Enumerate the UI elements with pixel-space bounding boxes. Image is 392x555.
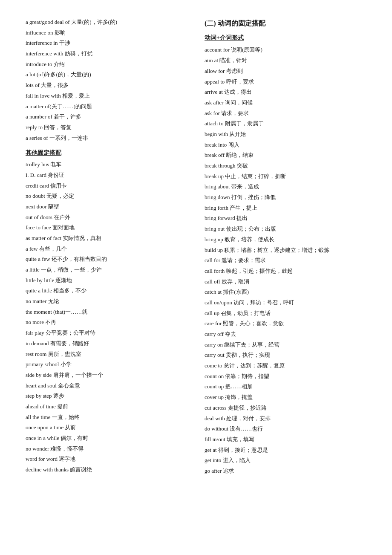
list-item: interference in 干涉 (26, 38, 187, 49)
list-item: get into 进入，陷入 (205, 455, 366, 466)
list-item: ahead of time 提前 (26, 402, 187, 412)
list-item: count up 把……相加 (205, 382, 366, 392)
list-item: allow for 考虑到 (205, 66, 366, 77)
list-item: do without 没有……也行 (205, 424, 366, 434)
list-item: a series of 一系列，一连串 (26, 133, 187, 144)
list-item: side by side 肩并肩，一个挨一个 (26, 370, 187, 381)
list-item: fill in/out 填充，填写 (205, 434, 366, 445)
list-item: arrive at 达成，得出 (205, 87, 366, 98)
list-item: influence on 影响 (26, 28, 187, 38)
list-item: bring about 带来，造成 (205, 182, 366, 192)
list-item: no more 不再 (26, 317, 187, 328)
list-item: a number of 若干，许多 (26, 112, 187, 122)
list-item: aim at 瞄准，针对 (205, 55, 366, 66)
list-item: a few 有些，几个 (26, 244, 187, 254)
list-item: as matter of fact 实际情况，真相 (26, 233, 187, 244)
list-item: no matter 无论 (26, 296, 187, 307)
list-item: carry on 继续下去；从事，经营 (205, 340, 366, 350)
list-item: once upon a time 从前 (26, 422, 187, 433)
list-item: no doubt 无疑，必定 (26, 191, 187, 202)
list-item: break off 断绝，结束 (205, 150, 366, 161)
list-item: quite a few 还不少，有相当数目的 (26, 254, 187, 265)
list-item: in demand 有需要，销路好 (26, 338, 187, 349)
list-item: next door 隔壁 (26, 202, 187, 212)
list-item: heart and soul 全心全意 (26, 381, 187, 391)
list-item: call forth 唤起，引起；振作起，鼓起 (205, 266, 366, 277)
left-top-list: a great/good deal of 大量(的)，许多(的)influenc… (26, 17, 187, 143)
list-item: a little 一点，稍微，一些，少许 (26, 265, 187, 275)
list-item: account for 说明(原因等) (205, 45, 366, 55)
list-item: cut across 走捷径，抄近路 (205, 403, 366, 413)
list-item: interference with 妨碍，打扰 (26, 49, 187, 59)
list-item: build up 积累；堵塞；树立，逐步建立；增进；锻炼 (205, 245, 366, 256)
list-item: out of doors 在户外 (26, 212, 187, 223)
list-item: bring up 教育，培养，使成长 (205, 234, 366, 245)
list-item: deal with 处理，对付，安排 (205, 413, 366, 424)
list-item: lots of 大量，很多 (26, 80, 187, 91)
list-item: primary school 小学 (26, 359, 187, 370)
list-item: cover up 掩饰，掩盖 (205, 392, 366, 403)
list-item: rest room 厕所，盥洗室 (26, 349, 187, 360)
list-item: bring down 打倒，挫伤；降低 (205, 192, 366, 203)
list-item: carry off 夺去 (205, 329, 366, 340)
list-item: call off 放弃，取消 (205, 277, 366, 287)
list-item: attach to 附属于，隶属于 (205, 119, 366, 129)
list-item: trolley bus 电车 (26, 159, 187, 170)
list-item: no wonder 难怪，怪不得 (26, 444, 187, 454)
list-item: catch at 抓住(东西) (205, 287, 366, 298)
list-item: ask after 询问，问候 (205, 98, 366, 108)
list-item: come to 总计，达到；苏醒，复原 (205, 361, 366, 371)
list-item: credit card 信用卡 (26, 181, 187, 191)
list-item: a great/good deal of 大量(的)，许多(的) (26, 17, 187, 28)
section2-title: 其他固定搭配 (26, 147, 187, 159)
list-item: bring out 使出现；公布；出版 (205, 224, 366, 234)
list-item: all the time 一直，始终 (26, 412, 187, 423)
list-item: little by little 逐渐地 (26, 275, 187, 286)
list-item: word for word 逐字地 (26, 454, 187, 465)
list-item: call on/upon 访问，拜访；号召，呼吁 (205, 298, 366, 308)
list-item: call up 召集，动员；打电话 (205, 308, 366, 319)
list-item: I. D. card 身份证 (26, 170, 187, 181)
list-item: go after 追求 (205, 466, 366, 477)
list-item: face to face 面对面地 (26, 223, 187, 233)
list-item: count on 依靠；期待，指望 (205, 371, 366, 382)
right-sub-heading: 动词+介词形式 (205, 32, 366, 43)
list-item: call for 邀请；要求；需求 (205, 255, 366, 266)
left-column: a great/good deal of 大量(的)，许多(的)influenc… (26, 17, 187, 477)
list-item: bring forward 提出 (205, 213, 366, 224)
list-item: care for 照管，关心；喜欢，意欲 (205, 318, 366, 329)
list-item: the moment (that)一……就 (26, 307, 187, 318)
list-item: decline with thanks 婉言谢绝 (26, 465, 187, 475)
right-list: account for 说明(原因等)aim at 瞄准，针对allow for… (205, 45, 366, 476)
left-section2-list: trolley bus 电车I. D. card 身份证credit card … (26, 159, 187, 475)
list-item: bring forth 产生，提上 (205, 203, 366, 214)
list-item: appeal to 呼吁，要求 (205, 77, 366, 87)
right-column: (二) 动词的固定搭配 动词+介词形式 account for 说明(原因等)a… (205, 17, 366, 477)
list-item: get at 得到，接近；意思是 (205, 445, 366, 456)
list-item: step by step 逐步 (26, 391, 187, 402)
list-item: quite a little 相当多，不少 (26, 286, 187, 296)
list-item: ask for 请求，要求 (205, 108, 366, 119)
list-item: introduce to 介绍 (26, 59, 187, 70)
right-heading: (二) 动词的固定搭配 (205, 17, 366, 30)
list-item: carry out 贯彻，执行；实现 (205, 350, 366, 361)
list-item: a matter of(关于……)的问题 (26, 101, 187, 112)
list-item: break through 突破 (205, 161, 366, 171)
list-item: a lot (of)许多(的)，大量(的) (26, 69, 187, 80)
list-item: fair play 公平竞赛；公平对待 (26, 328, 187, 338)
list-item: begin with 从开始 (205, 129, 366, 140)
list-item: break up 中止，结束；打碎，折断 (205, 171, 366, 182)
list-item: once in a while 偶尔，有时 (26, 433, 187, 444)
list-item: fall in love with 相爱，爱上 (26, 91, 187, 101)
list-item: break into 闯入 (205, 140, 366, 150)
list-item: reply to 回答，答复 (26, 122, 187, 133)
